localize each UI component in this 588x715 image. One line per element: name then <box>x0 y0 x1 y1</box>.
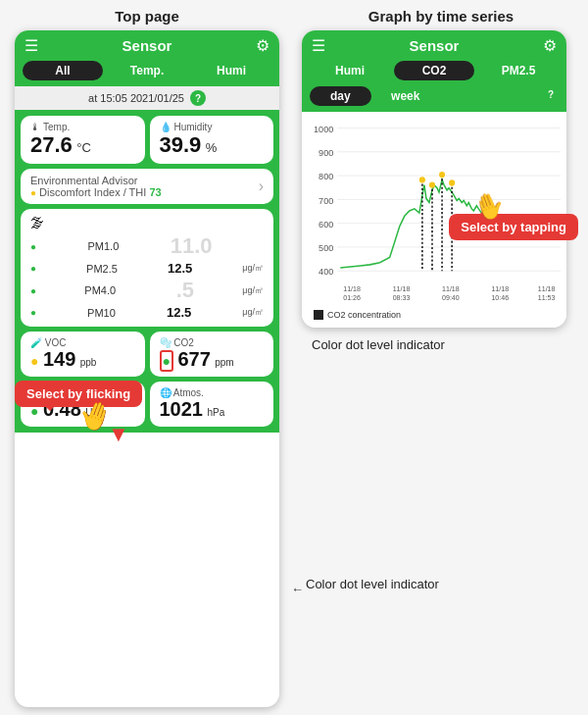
humidity-icon: 💧 <box>160 122 172 132</box>
right-app-header: ☰ Sensor ⚙ <box>302 30 566 61</box>
right-title: Graph by time series <box>302 8 580 25</box>
left-phone-frame: ☰ Sensor ⚙ All Temp. Humi at 15:05 2021/… <box>15 30 279 707</box>
svg-text:800: 800 <box>318 172 333 181</box>
left-app-title: Sensor <box>122 37 172 54</box>
svg-text:08:33: 08:33 <box>393 293 411 302</box>
advisor-index: ● Discomfort Index / THI 73 <box>30 186 162 198</box>
co2-chart: 1000 900 800 700 600 500 400 <box>306 118 563 304</box>
right-tab-pm25[interactable]: PM2.5 <box>478 61 559 80</box>
svg-text:900: 900 <box>318 148 333 158</box>
right-app-title: Sensor <box>410 37 460 54</box>
pm-card: 🌫 ● PM1.0 11.0 ● PM2.5 12.5 μg/㎥ <box>21 209 273 327</box>
pm-row-25: ● PM2.5 12.5 μg/㎥ <box>30 260 264 277</box>
atmos-card: 🌐 Atmos. 1021 hPa <box>150 382 274 427</box>
menu-icon[interactable]: ☰ <box>24 36 38 55</box>
settings-icon[interactable]: ⚙ <box>256 36 270 55</box>
svg-text:600: 600 <box>318 220 333 230</box>
right-help-icon[interactable]: ? <box>543 86 559 102</box>
voc-co2-row: 🧪 VOC ● 149 ppb 🫧 CO2 <box>21 332 273 377</box>
right-phone-frame: ☰ Sensor ⚙ Humi CO2 PM2.5 day week ? <box>302 30 566 328</box>
right-panel: Graph by time series ☰ Sensor ⚙ Humi CO2… <box>294 0 588 715</box>
pm10b-dot: ● <box>30 307 36 318</box>
color-dot-label-right: Color dot level indicator <box>306 577 439 591</box>
svg-point-30 <box>439 172 445 178</box>
right-menu-icon[interactable]: ☰ <box>312 36 325 55</box>
color-dot-label: Color dot level indicator <box>302 337 580 352</box>
temp-card: 🌡 Temp. 27.6 °C <box>21 116 145 164</box>
voc-value-row: ● 149 ppb <box>30 348 135 371</box>
co2-icon: 🫧 <box>160 337 172 348</box>
humidity-card: 💧 Humidity 39.9 % <box>150 116 274 164</box>
co2-label: 🫧 CO2 <box>160 337 265 348</box>
right-tab-co2[interactable]: CO2 <box>394 61 474 80</box>
voc-label: 🧪 VOC <box>30 337 135 348</box>
callout-tap: Select by tapping <box>449 214 578 240</box>
pm4-dot: ● <box>30 285 36 296</box>
left-tab-bar: All Temp. Humi <box>15 61 279 86</box>
pm25-dot: ● <box>30 263 36 274</box>
svg-point-31 <box>449 179 455 185</box>
color-dot-arrow: ← <box>291 582 304 596</box>
date-bar: at 15:05 2021/01/25 ? <box>15 86 279 110</box>
humidity-label: 💧 Humidity <box>160 122 265 132</box>
arrow-down-icon: ▼ <box>108 422 129 447</box>
right-settings-icon[interactable]: ⚙ <box>543 36 557 55</box>
atmos-icon: 🌐 <box>160 387 172 398</box>
right-tab-humi[interactable]: Humi <box>310 61 390 80</box>
advisor-label: Environmental Advisor <box>30 175 162 186</box>
advisor-card[interactable]: Environmental Advisor ● Discomfort Index… <box>21 169 273 204</box>
advisor-dot: ● <box>30 187 36 198</box>
temp-value: 27.6 °C <box>30 132 135 158</box>
svg-text:11:53: 11:53 <box>538 293 556 302</box>
svg-text:400: 400 <box>318 267 333 277</box>
pm-row-1: ● PM1.0 11.0 <box>30 232 264 260</box>
help-icon[interactable]: ? <box>190 90 206 106</box>
svg-text:10:46: 10:46 <box>491 293 509 302</box>
date-text: at 15:05 2021/01/25 <box>88 92 184 104</box>
co2-dot: ● <box>160 350 173 372</box>
svg-point-29 <box>429 181 435 187</box>
voc-dot: ● <box>30 353 38 369</box>
atmos-label: 🌐 Atmos. <box>160 387 265 398</box>
pm10-dot: ● <box>30 241 36 252</box>
tab-temp[interactable]: Temp. <box>107 61 187 80</box>
humidity-value: 39.9 % <box>160 132 265 158</box>
chart-legend: CO2 concentration <box>306 308 563 322</box>
time-tab-day[interactable]: day <box>310 86 371 106</box>
tab-all[interactable]: All <box>23 61 103 80</box>
pm-icon: 🌫 <box>30 215 44 230</box>
left-title: Top page <box>115 8 179 25</box>
time-tab-bar: day week ? <box>302 86 566 112</box>
advisor-info: Environmental Advisor ● Discomfort Index… <box>30 175 162 198</box>
svg-text:500: 500 <box>318 243 333 253</box>
co2-value-row: ● 677 ppm <box>160 348 265 371</box>
tab-humi[interactable]: Humi <box>191 61 271 80</box>
svg-text:01:26: 01:26 <box>343 293 361 302</box>
temp-label: 🌡 Temp. <box>30 122 135 132</box>
time-tab-week[interactable]: week <box>375 86 437 106</box>
legend-square <box>314 310 323 320</box>
atmos-value-row: 1021 hPa <box>160 398 265 421</box>
co2-card: 🫧 CO2 ● 677 ppm <box>150 332 274 377</box>
voc-icon: 🧪 <box>30 337 42 348</box>
temp-humi-row: 🌡 Temp. 27.6 °C 💧 Humidity <box>21 116 273 164</box>
advisor-chevron: › <box>259 178 264 195</box>
right-tab-bar: Humi CO2 PM2.5 <box>302 61 566 86</box>
svg-text:09:40: 09:40 <box>442 293 460 302</box>
pm-row-10: ● PM10 12.5 μg/㎥ <box>30 304 264 321</box>
svg-text:1000: 1000 <box>314 125 333 134</box>
left-app-header: ☰ Sensor ⚙ <box>15 30 279 61</box>
svg-text:700: 700 <box>318 195 333 205</box>
pm-row-4: ● PM4.0 .5 μg/㎥ <box>30 277 264 304</box>
left-panel: Top page ☰ Sensor ⚙ All Temp. Humi at 15… <box>0 0 294 715</box>
thermometer-icon: 🌡 <box>30 122 40 132</box>
callout-flick: Select by flicking <box>15 381 142 407</box>
voc-card: 🧪 VOC ● 149 ppb <box>21 332 145 377</box>
legend-label: CO2 concentration <box>327 310 401 320</box>
svg-point-28 <box>419 177 425 182</box>
